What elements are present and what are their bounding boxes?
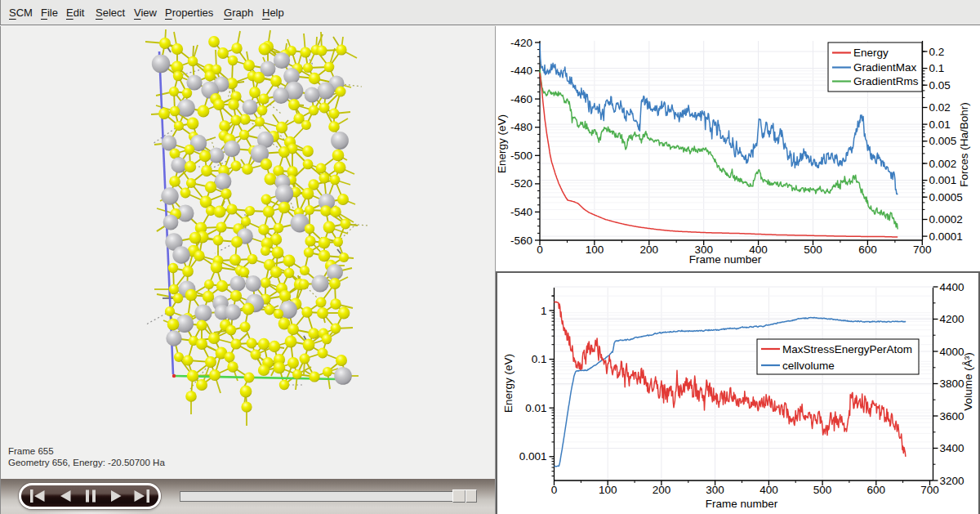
svg-text:3600: 3600 bbox=[940, 410, 964, 422]
svg-text:MaxStressEnergyPerAtom: MaxStressEnergyPerAtom bbox=[782, 343, 912, 355]
svg-text:1: 1 bbox=[541, 305, 547, 317]
svg-text:0: 0 bbox=[537, 244, 543, 256]
svg-text:GradientMax: GradientMax bbox=[853, 61, 917, 74]
svg-text:200: 200 bbox=[653, 484, 671, 496]
svg-text:0.001: 0.001 bbox=[519, 450, 547, 463]
svg-text:0: 0 bbox=[551, 484, 558, 496]
svg-text:Forces (Ha/Bohr): Forces (Ha/Bohr) bbox=[958, 102, 970, 187]
svg-text:3400: 3400 bbox=[940, 442, 964, 454]
svg-text:0.0002: 0.0002 bbox=[929, 213, 963, 226]
svg-text:600: 600 bbox=[867, 484, 886, 496]
svg-text:-420: -420 bbox=[510, 37, 532, 49]
svg-text:300: 300 bbox=[706, 484, 724, 496]
svg-text:-520: -520 bbox=[510, 177, 532, 190]
svg-text:3800: 3800 bbox=[940, 378, 964, 390]
svg-text:-500: -500 bbox=[510, 150, 532, 162]
svg-text:Energy (eV): Energy (eV) bbox=[502, 354, 514, 413]
svg-text:Frame number: Frame number bbox=[706, 498, 778, 510]
svg-text:100: 100 bbox=[599, 484, 617, 496]
svg-text:-440: -440 bbox=[510, 65, 532, 77]
svg-text:0.1: 0.1 bbox=[532, 353, 547, 365]
svg-text:GradientRms: GradientRms bbox=[853, 75, 919, 87]
svg-text:Volume (Å³): Volume (Å³) bbox=[962, 352, 974, 410]
svg-text:400: 400 bbox=[760, 484, 778, 496]
svg-text:700: 700 bbox=[920, 484, 939, 496]
svg-text:-540: -540 bbox=[510, 206, 532, 218]
svg-text:4200: 4200 bbox=[940, 313, 964, 325]
svg-text:200: 200 bbox=[640, 244, 659, 256]
svg-text:0.01: 0.01 bbox=[929, 118, 951, 131]
svg-text:0.002: 0.002 bbox=[929, 158, 957, 170]
svg-text:-460: -460 bbox=[510, 93, 532, 105]
svg-text:500: 500 bbox=[804, 244, 822, 256]
svg-text:100: 100 bbox=[586, 244, 604, 256]
svg-text:0.0001: 0.0001 bbox=[929, 230, 963, 243]
svg-text:600: 600 bbox=[858, 244, 877, 256]
svg-text:Energy: Energy bbox=[853, 47, 889, 59]
svg-text:3200: 3200 bbox=[940, 475, 964, 487]
svg-text:-480: -480 bbox=[510, 121, 532, 133]
svg-text:0.01: 0.01 bbox=[525, 402, 546, 414]
svg-text:700: 700 bbox=[913, 244, 932, 256]
svg-text:0.005: 0.005 bbox=[929, 135, 957, 147]
svg-text:-560: -560 bbox=[510, 235, 532, 247]
svg-text:0.0005: 0.0005 bbox=[929, 191, 963, 203]
svg-text:0.02: 0.02 bbox=[929, 101, 951, 114]
svg-text:cellvolume: cellvolume bbox=[782, 360, 835, 372]
svg-text:0.1: 0.1 bbox=[929, 62, 945, 74]
svg-text:Energy (eV): Energy (eV) bbox=[496, 114, 508, 173]
svg-text:0.05: 0.05 bbox=[929, 79, 951, 92]
svg-text:4000: 4000 bbox=[940, 346, 964, 358]
svg-text:4400: 4400 bbox=[940, 281, 964, 293]
svg-text:Frame number: Frame number bbox=[689, 253, 762, 266]
svg-text:0.001: 0.001 bbox=[929, 174, 957, 186]
svg-text:0.2: 0.2 bbox=[929, 46, 945, 58]
svg-text:500: 500 bbox=[813, 484, 832, 496]
